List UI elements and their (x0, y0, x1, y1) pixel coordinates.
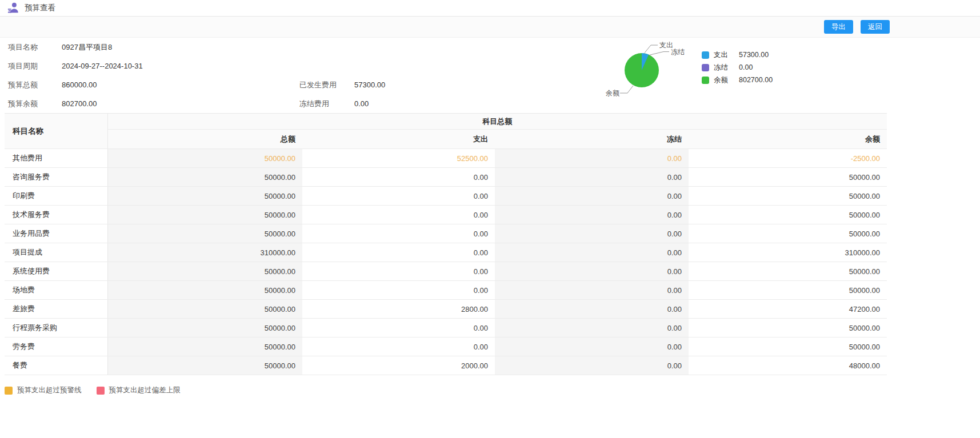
cell-expense: 0.00 (302, 168, 495, 187)
cell-frozen: 0.00 (495, 243, 689, 262)
cell-total: 50000.00 (107, 262, 302, 281)
legend-name: 支出 (714, 50, 734, 60)
cell-frozen: 0.00 (495, 262, 689, 281)
cell-balance: 50000.00 (689, 187, 887, 206)
cell-frozen: 0.00 (495, 319, 689, 337)
legend-label: 预算支出超过预警线 (17, 385, 82, 395)
table-row: 场地费 50000.00 0.00 0.00 50000.00 (5, 281, 887, 300)
cell-frozen: 0.00 (495, 168, 689, 187)
info-row: 项目周期 2024-09-27--2024-10-31 (0, 57, 980, 75)
cell-total: 50000.00 (107, 187, 302, 206)
subject-name: 业务用品费 (5, 224, 107, 243)
cell-total: 50000.00 (107, 356, 302, 375)
cell-expense: 0.00 (302, 224, 495, 243)
cell-balance: 50000.00 (689, 262, 887, 281)
cell-frozen: 0.00 (495, 356, 689, 375)
legend-value: 802700.00 (739, 76, 773, 84)
cell-expense: 52500.00 (302, 149, 495, 168)
cell-frozen: 0.00 (495, 187, 689, 206)
table-row: 餐费 50000.00 2000.00 0.00 48000.00 (5, 356, 887, 375)
cell-frozen: 0.00 (495, 300, 689, 319)
field-label: 冻结费用 (299, 99, 354, 109)
project-info-section: 项目名称 0927昌平项目8 项目周期 2024-09-27--2024-10-… (0, 38, 980, 113)
subject-name: 餐费 (5, 356, 107, 375)
field-label: 已发生费用 (299, 80, 354, 90)
cell-frozen: 0.00 (495, 224, 689, 243)
cell-balance: 47200.00 (689, 300, 887, 319)
legend-item-frozen[interactable]: 冻结 0.00 (702, 63, 773, 71)
subjects-table: 科目名称 科目总额 总额 支出 冻结 余额 其他费用 50000.00 5250… (5, 113, 887, 375)
info-row: 预算总额 860000.00 已发生费用 57300.00 (0, 75, 980, 94)
cell-balance: 50000.00 (689, 281, 887, 300)
subject-name: 系统使用费 (5, 262, 107, 281)
cell-expense: 0.00 (302, 281, 495, 300)
export-button[interactable]: 导出 (824, 20, 853, 34)
cell-frozen: 0.00 (495, 206, 689, 224)
table-row: 其他费用 50000.00 52500.00 0.00 -2500.00 (5, 149, 887, 168)
cell-total: 50000.00 (107, 224, 302, 243)
table-row: 系统使用费 50000.00 0.00 0.00 50000.00 (5, 262, 887, 281)
table-row: 差旅费 50000.00 2800.00 0.00 47200.00 (5, 300, 887, 319)
column-header-balance: 余额 (689, 130, 887, 149)
table-row: 项目提成 310000.00 0.00 0.00 310000.00 (5, 243, 887, 262)
cell-total: 50000.00 (107, 206, 302, 224)
field-label: 项目名称 (0, 42, 62, 53)
column-header-subject: 科目名称 (5, 114, 107, 149)
legend-name: 冻结 (714, 63, 734, 73)
subject-name: 场地费 (5, 281, 107, 300)
page-title: 预算查看 (25, 3, 55, 13)
field-label: 预算总额 (0, 80, 62, 90)
column-header-total: 总额 (107, 130, 302, 149)
cell-expense: 0.00 (302, 206, 495, 224)
back-button[interactable]: 返回 (861, 20, 890, 34)
table-row: 咨询服务费 50000.00 0.00 0.00 50000.00 (5, 168, 887, 187)
cell-balance: 310000.00 (689, 243, 887, 262)
table-row: 行程票务采购 50000.00 0.00 0.00 50000.00 (5, 319, 887, 337)
pie-legend: 支出 57300.00 冻结 0.00 余额 802700.00 (702, 51, 773, 89)
field-label: 预算余额 (0, 99, 62, 109)
cell-total: 50000.00 (107, 168, 302, 187)
cell-balance: 50000.00 (689, 206, 887, 224)
pie-chart-svg: 支出 冻结 余额 (605, 38, 690, 113)
table-row: 技术服务费 50000.00 0.00 0.00 50000.00 (5, 206, 887, 224)
info-row: 项目名称 0927昌平项目8 (0, 38, 980, 57)
subject-name: 差旅费 (5, 300, 107, 319)
legend-item-expense[interactable]: 支出 57300.00 (702, 51, 773, 59)
table-row: 劳务费 50000.00 0.00 0.00 50000.00 (5, 337, 887, 356)
cell-total: 50000.00 (107, 337, 302, 356)
legend-swatch-frozen (702, 64, 709, 71)
cell-total: 50000.00 (107, 149, 302, 168)
subject-name: 行程票务采购 (5, 319, 107, 337)
warning-swatch (5, 387, 13, 395)
budget-pie-chart: 支出 冻结 余额 支出 57300.00 冻结 0.00 余额 802700.0… (605, 38, 816, 113)
app-header: 预算查看 (0, 0, 980, 17)
cell-expense: 0.00 (302, 337, 495, 356)
subject-name: 印刷费 (5, 187, 107, 206)
subject-name: 劳务费 (5, 337, 107, 356)
column-header-expense: 支出 (302, 130, 495, 149)
toolbar: 导出 返回 (0, 17, 980, 38)
subject-name: 技术服务费 (5, 206, 107, 224)
callout-balance: 余额 (606, 89, 619, 97)
cell-balance: 50000.00 (689, 224, 887, 243)
user-icon (7, 2, 20, 14)
cell-total: 50000.00 (107, 281, 302, 300)
column-group-header: 科目总额 (107, 114, 887, 130)
info-row: 预算余额 802700.00 冻结费用 0.00 (0, 94, 980, 113)
column-header-frozen: 冻结 (495, 130, 689, 149)
callout-frozen: 冻结 (671, 48, 685, 56)
cell-frozen: 0.00 (495, 149, 689, 168)
leader-line-balance (620, 86, 633, 93)
incurred-expense-value: 57300.00 (354, 81, 592, 89)
legend-value: 57300.00 (739, 51, 769, 59)
cell-balance: 50000.00 (689, 337, 887, 356)
legend-item-balance[interactable]: 余额 802700.00 (702, 76, 773, 84)
deviation-swatch (97, 387, 105, 395)
subject-name: 咨询服务费 (5, 168, 107, 187)
legend-value: 0.00 (739, 63, 753, 71)
cell-frozen: 0.00 (495, 337, 689, 356)
legend-swatch-expense (702, 51, 709, 59)
cell-total: 50000.00 (107, 300, 302, 319)
table-row: 印刷费 50000.00 0.00 0.00 50000.00 (5, 187, 887, 206)
subject-name: 项目提成 (5, 243, 107, 262)
